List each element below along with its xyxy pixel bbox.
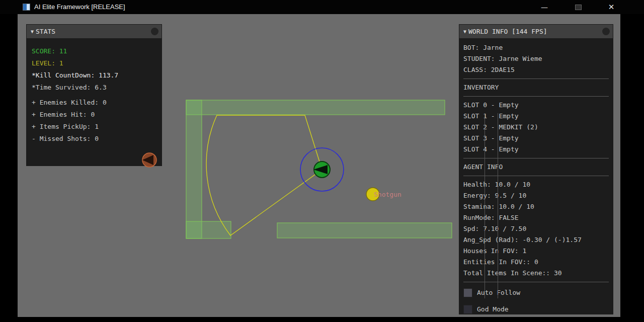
stat-enemies-killed: + Enemies Killed: 0 xyxy=(32,97,156,109)
total-items: Total Items In Scene:: 30 xyxy=(463,268,609,279)
separator xyxy=(463,78,609,79)
stat-time-survived: *Time Survived: 6.3 xyxy=(32,82,156,94)
world-panel-title: WORLD INFO [144 FPS] xyxy=(468,28,547,35)
column-divider xyxy=(485,113,485,298)
maximize-button[interactable] xyxy=(567,0,589,14)
collapse-arrow-icon[interactable]: ▼ xyxy=(31,29,34,34)
inventory-slot-0: SLOT 0 - Empty xyxy=(463,100,609,111)
houses-in-fov: Houses In FOV: 1 xyxy=(463,246,609,257)
world-info-panel: ▼ WORLD INFO [144 FPS] BOT: Jarne STUDEN… xyxy=(459,24,613,314)
inventory-slot-3: SLOT 3 - Empty xyxy=(463,133,609,144)
stat-items-pickup: + Items PickUp: 1 xyxy=(32,121,156,133)
inventory-slot-1: SLOT 1 - Empty xyxy=(463,111,609,122)
agent-runmode: RunMode: FALSE xyxy=(463,212,609,223)
inventory-slot-2: SLOT 2 - MEDKIT (2) xyxy=(463,122,609,133)
auto-follow-row: Auto Follow xyxy=(463,287,609,299)
minimize-button[interactable]: — xyxy=(533,0,555,14)
stat-score: SCORE: 11 xyxy=(32,45,156,57)
stats-panel-title: STATS xyxy=(36,28,55,35)
close-button[interactable]: ✕ xyxy=(600,0,622,14)
separator xyxy=(463,176,609,176)
collapse-arrow-icon[interactable]: ▼ xyxy=(463,29,466,34)
stat-kill-countdown: *Kill CountDown: 113.7 xyxy=(32,69,156,82)
column-divider xyxy=(498,113,498,298)
agent-health: Health: 10.0 / 10 xyxy=(463,179,609,190)
stats-panel: ▼ STATS SCORE: 11 LEVEL: 1 *Kill CountDo… xyxy=(26,24,162,166)
separator xyxy=(463,96,609,97)
agent-speed: Spd: 7.10 / 7.50 xyxy=(463,223,609,234)
stats-panel-body: SCORE: 11 LEVEL: 1 *Kill CountDown: 113.… xyxy=(27,38,162,152)
separator xyxy=(463,158,609,158)
god-mode-checkbox[interactable] xyxy=(463,305,472,314)
stats-panel-header[interactable]: ▼ STATS xyxy=(27,25,162,38)
panel-options-button[interactable] xyxy=(602,28,610,35)
auto-follow-label: Auto Follow xyxy=(477,287,520,298)
god-mode-label: God Mode xyxy=(477,304,509,315)
stat-level: LEVEL: 1 xyxy=(32,57,156,69)
inventory-slot-4: SLOT 4 - Empty xyxy=(463,144,609,155)
stat-enemies-hit: + Enemies Hit: 0 xyxy=(32,109,156,121)
agent-stamina: Stamina: 10.0 / 10 xyxy=(463,201,609,212)
window-title: AI Elite Framework [RELEASE] xyxy=(34,0,125,14)
world-panel-header[interactable]: ▼ WORLD INFO [144 FPS] xyxy=(459,25,613,38)
auto-follow-checkbox[interactable] xyxy=(463,288,472,297)
maximize-icon xyxy=(575,5,582,10)
panel-options-button[interactable] xyxy=(151,28,158,35)
world-student: STUDENT: Jarne Wieme xyxy=(463,53,609,64)
agent-info-header: AGENT INFO xyxy=(463,162,609,173)
separator xyxy=(463,282,609,282)
window-titlebar: AI Elite Framework [RELEASE] — ✕ xyxy=(0,0,644,14)
god-mode-row: God Mode xyxy=(463,303,609,315)
stat-missed-shots: - Missed Shots: 0 xyxy=(32,133,156,145)
agent-energy: Energy: 9.5 / 10 xyxy=(463,190,609,201)
agent-ang-speed: Ang_Spd (Rad): -0.30 / (-)1.57 xyxy=(463,234,609,246)
world-class: CLASS: 2DAE15 xyxy=(463,64,609,75)
world-bot: BOT: Jarne xyxy=(463,42,609,53)
app-icon xyxy=(23,4,30,11)
inventory-header: INVENTORY xyxy=(463,82,609,93)
entities-in-fov: Entities In FOV:: 0 xyxy=(463,257,609,268)
world-panel-body: BOT: Jarne STUDENT: Jarne Wieme CLASS: 2… xyxy=(459,38,613,319)
